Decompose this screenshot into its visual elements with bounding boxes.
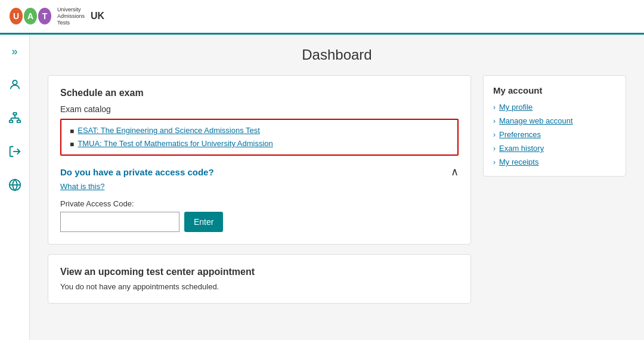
my-account-title: My account bbox=[493, 85, 616, 95]
enter-button[interactable]: Enter bbox=[184, 212, 223, 232]
exam-history-item[interactable]: › Exam history bbox=[493, 144, 616, 153]
upcoming-text: You do not have any appointments schedul… bbox=[60, 282, 459, 291]
my-profile-link[interactable]: My profile bbox=[499, 103, 532, 112]
what-is-this-link[interactable]: What is this? bbox=[60, 182, 459, 191]
bullet-2: ■ bbox=[70, 140, 74, 149]
layout: » bbox=[0, 35, 644, 340]
account-links-list: › My profile › Manage web account › Pref… bbox=[493, 103, 616, 166]
upcoming-appointment-card: View an upcoming test center appointment… bbox=[48, 254, 471, 304]
my-receipts-link[interactable]: My receipts bbox=[499, 157, 538, 166]
svg-rect-2 bbox=[9, 120, 13, 123]
main-content: Dashboard Schedule an exam Exam catalog … bbox=[30, 35, 644, 340]
my-profile-item[interactable]: › My profile bbox=[493, 103, 616, 112]
logo-t: T bbox=[38, 8, 51, 24]
chevron-right-icon: › bbox=[493, 117, 496, 125]
private-access-input[interactable] bbox=[60, 212, 179, 232]
schedule-exam-title: Schedule an exam bbox=[60, 88, 459, 98]
logo-u: U bbox=[10, 8, 23, 24]
private-access-title: Do you have a private access code? bbox=[60, 167, 214, 177]
my-account-card: My account › My profile › Manage web acc… bbox=[483, 75, 626, 177]
list-item: ■ ESAT: The Engineering and Science Admi… bbox=[70, 126, 449, 135]
logo-uk: UK bbox=[91, 11, 104, 21]
right-column: My account › My profile › Manage web acc… bbox=[483, 75, 626, 313]
chevron-up-icon: ∧ bbox=[451, 165, 459, 178]
preferences-item[interactable]: › Preferences bbox=[493, 130, 616, 139]
page-title: Dashboard bbox=[48, 47, 626, 63]
left-column: Schedule an exam Exam catalog ■ ESAT: Th… bbox=[48, 75, 471, 313]
schedule-exam-card: Schedule an exam Exam catalog ■ ESAT: Th… bbox=[48, 75, 471, 245]
logo-subtitle: University Admissions Tests bbox=[57, 7, 85, 26]
chevron-right-icon: › bbox=[493, 131, 496, 139]
chevron-right-icon: › bbox=[493, 103, 496, 112]
logo-letters: U A T bbox=[10, 8, 51, 24]
sidebar: » bbox=[0, 35, 30, 340]
logo: U A T University Admissions Tests UK bbox=[10, 7, 104, 26]
svg-rect-3 bbox=[17, 120, 20, 123]
private-access-toggle[interactable]: Do you have a private access code? ∧ bbox=[60, 165, 459, 178]
manage-web-account-item[interactable]: › Manage web account bbox=[493, 116, 616, 125]
preferences-link[interactable]: Preferences bbox=[499, 130, 541, 139]
private-access-form: Enter bbox=[60, 212, 459, 232]
sidebar-expand-icon[interactable]: » bbox=[4, 41, 26, 62]
chevron-right-icon: › bbox=[493, 158, 496, 166]
content-grid: Schedule an exam Exam catalog ■ ESAT: Th… bbox=[48, 75, 626, 313]
logo-a: A bbox=[24, 8, 37, 24]
exam-list-box: ■ ESAT: The Engineering and Science Admi… bbox=[60, 119, 459, 156]
esat-link[interactable]: ESAT: The Engineering and Science Admiss… bbox=[78, 126, 260, 135]
sidebar-user-icon[interactable] bbox=[4, 74, 26, 95]
svg-rect-1 bbox=[13, 113, 17, 115]
bullet-1: ■ bbox=[70, 127, 74, 135]
catalog-label: Exam catalog bbox=[60, 104, 459, 114]
sidebar-signout-icon[interactable] bbox=[4, 141, 26, 162]
sidebar-globe-icon[interactable] bbox=[4, 174, 26, 196]
upcoming-title: View an upcoming test center appointment bbox=[60, 267, 459, 277]
manage-web-account-link[interactable]: Manage web account bbox=[499, 116, 573, 125]
svg-point-0 bbox=[13, 81, 17, 85]
chevron-right-icon: › bbox=[493, 144, 496, 153]
header: U A T University Admissions Tests UK bbox=[0, 0, 644, 35]
list-item: ■ TMUA: The Test of Mathematics for Univ… bbox=[70, 139, 449, 149]
tmua-link[interactable]: TMUA: The Test of Mathematics for Univer… bbox=[78, 139, 273, 148]
my-receipts-item[interactable]: › My receipts bbox=[493, 157, 616, 166]
exam-history-link[interactable]: Exam history bbox=[499, 144, 544, 153]
sidebar-org-icon[interactable] bbox=[4, 107, 26, 129]
private-access-label: Private Access Code: bbox=[60, 199, 459, 208]
